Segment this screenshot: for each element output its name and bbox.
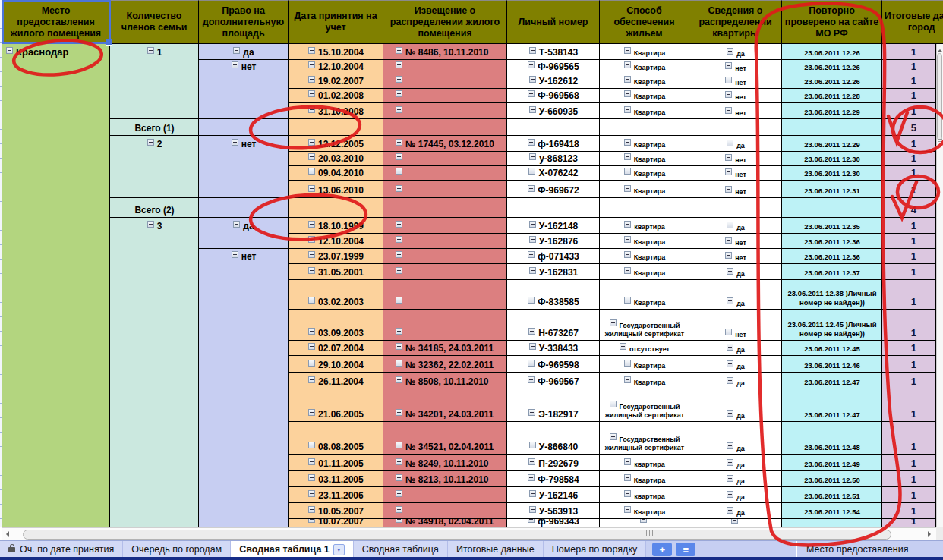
cell-recheck[interactable]: 23.06.2011 12.26 — [782, 44, 882, 59]
scroll-up-arrow-icon[interactable] — [937, 46, 943, 52]
cell-recheck[interactable]: 23.06.2011 12.47 — [782, 372, 882, 389]
collapse-icon[interactable] — [396, 442, 402, 448]
cell-provision[interactable]: квартира — [600, 217, 689, 233]
collapse-icon[interactable] — [529, 506, 536, 513]
cell-recheck[interactable]: 23.06.2011 12.37 — [782, 263, 882, 279]
cell-date[interactable]: 21.06.2005 — [289, 389, 383, 421]
cell-provision[interactable]: Государственный жилищный сертификат — [600, 309, 689, 340]
cell-recheck[interactable]: 23.06.2011 12.54 — [782, 502, 882, 518]
cell-distribution[interactable]: нет — [689, 74, 782, 88]
cell-personal[interactable]: У-162146 — [507, 486, 600, 502]
cell-place[interactable]: Краснодар — [2, 44, 110, 59]
collapse-icon[interactable] — [725, 168, 732, 175]
cell-provision[interactable]: Государственный жилищный сертификат — [600, 389, 689, 421]
cell-total[interactable]: 1 — [882, 454, 936, 470]
collapse-icon[interactable] — [396, 61, 402, 68]
collapse-icon[interactable] — [727, 140, 733, 146]
collapse-icon[interactable] — [610, 319, 617, 326]
cell-recheck[interactable]: 23.06.2011 12.45 — [782, 340, 882, 355]
collapse-icon[interactable] — [396, 458, 402, 465]
cell-extra[interactable]: нет — [199, 59, 289, 74]
cell-personal[interactable]: Э-182917 — [507, 389, 600, 421]
cell-distribution[interactable]: да — [689, 355, 782, 372]
collapse-icon[interactable] — [308, 518, 315, 523]
cell-provision[interactable]: Квартира — [600, 88, 689, 102]
cell-provision[interactable]: Квартира — [600, 233, 689, 248]
collapse-icon[interactable] — [308, 168, 315, 175]
sheet-tab[interactable]: Сводная таблица 1▼ — [231, 541, 354, 558]
cell-distribution[interactable]: да — [689, 340, 782, 355]
collapse-icon[interactable] — [727, 297, 733, 304]
collapse-icon[interactable] — [396, 328, 402, 335]
collapse-icon[interactable] — [396, 139, 402, 146]
column-header-provision[interactable]: Способ обеспечения жильем — [600, 0, 689, 44]
collapse-icon[interactable] — [620, 343, 626, 350]
cell-recheck[interactable] — [782, 197, 882, 217]
cell-extra[interactable]: нет — [199, 135, 289, 151]
cell-notice[interactable] — [383, 118, 507, 135]
column-header-place[interactable]: Место предоставления жилого помещения — [2, 0, 110, 44]
collapse-icon[interactable] — [308, 76, 315, 83]
scrollbar-grip-icon[interactable] — [646, 530, 654, 536]
cell-recheck[interactable]: 23.06.2011 12.36 — [782, 233, 882, 248]
cell-notice[interactable] — [383, 151, 507, 165]
cell-recheck[interactable]: 23.06.2011 12.30 — [782, 165, 882, 180]
collapse-icon[interactable] — [529, 267, 536, 274]
cell-total[interactable]: 1 — [882, 88, 936, 102]
column-header-notice[interactable]: Извещение о распределении жилого помещен… — [383, 0, 507, 44]
cell-total[interactable]: 1 — [882, 518, 936, 527]
collapse-icon[interactable] — [529, 490, 536, 497]
cell-total[interactable]: 1 — [882, 372, 936, 389]
cell-notice[interactable] — [383, 502, 507, 518]
cell-notice[interactable] — [383, 102, 507, 118]
cell-distribution[interactable]: нет — [689, 102, 782, 118]
scroll-right-arrow-icon[interactable] — [928, 531, 934, 537]
cell-distribution[interactable] — [689, 118, 782, 135]
cell-recheck[interactable]: 23.06.2011 12.49 — [782, 454, 882, 470]
collapse-icon[interactable] — [624, 376, 631, 383]
collapse-icon[interactable] — [624, 76, 631, 83]
collapse-icon[interactable] — [725, 91, 732, 98]
collapse-icon[interactable] — [640, 518, 647, 523]
cell-date[interactable]: 20.03.2010 — [289, 151, 383, 165]
collapse-icon[interactable] — [624, 153, 631, 160]
cell-extra[interactable]: нет — [199, 248, 289, 263]
cell-date[interactable]: 13.06.2010 — [289, 180, 383, 197]
cell-total[interactable]: 1 — [882, 102, 936, 118]
collapse-icon[interactable] — [624, 168, 631, 175]
sheet-tab[interactable]: Итоговые данные — [448, 541, 544, 558]
cell-total[interactable]: 1 — [882, 502, 936, 518]
cell-date[interactable]: 10.07.2007 — [289, 518, 383, 527]
collapse-icon[interactable] — [308, 47, 315, 54]
cell-personal[interactable]: У-162876 — [507, 233, 600, 248]
cell-total[interactable]: 1 — [882, 151, 936, 165]
cell-provision[interactable]: квартира — [600, 454, 689, 470]
collapse-icon[interactable] — [308, 297, 315, 304]
cell-date[interactable]: 02.07.2004 — [289, 340, 383, 355]
cell-distribution[interactable]: да — [689, 217, 782, 233]
collapse-icon[interactable] — [725, 186, 732, 193]
cell-recheck[interactable]: 23.06.2011 12.38 )Личный номер не найден… — [782, 279, 882, 309]
collapse-icon[interactable] — [233, 47, 240, 54]
cell-extra[interactable] — [199, 118, 289, 135]
cell-personal[interactable]: У-338433 — [507, 340, 600, 355]
cell-notice[interactable] — [383, 279, 507, 309]
cell-date[interactable]: 01.02.2008 — [289, 88, 383, 102]
scroll-left-arrow-icon[interactable] — [3, 531, 9, 537]
column-header-distribution[interactable]: Сведения о распределении квартиры — [689, 0, 782, 44]
cell-notice[interactable] — [383, 74, 507, 88]
collapse-icon[interactable] — [233, 221, 240, 228]
collapse-icon[interactable] — [529, 343, 536, 350]
collapse-icon[interactable] — [396, 267, 402, 274]
cell-extra[interactable] — [199, 197, 289, 217]
cell-personal[interactable]: Ф-969565 — [507, 59, 600, 74]
collapse-icon[interactable] — [308, 360, 315, 367]
collapse-icon[interactable] — [528, 376, 535, 383]
cell-provision[interactable]: Квартира — [600, 151, 689, 165]
collapse-icon[interactable] — [232, 61, 238, 68]
collapse-icon[interactable] — [727, 459, 733, 466]
cell-recheck[interactable]: 23.06.2011 12.26 — [782, 74, 882, 88]
horizontal-scrollbar[interactable] — [2, 527, 936, 540]
collapse-icon[interactable] — [396, 506, 402, 513]
cell-distribution[interactable]: да — [689, 421, 782, 454]
